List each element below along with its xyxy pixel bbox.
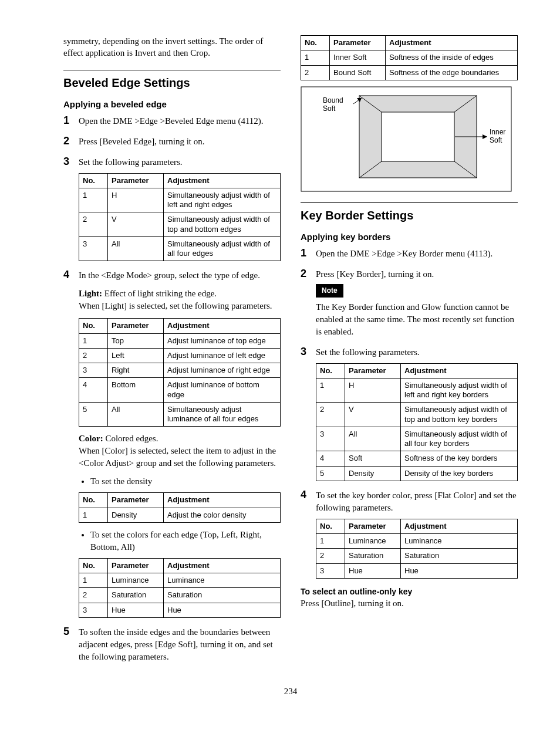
table-row: 1DensityAdjust the color density [79,508,281,522]
step-number: 4 [301,488,306,502]
table-row: 1LuminanceLuminance [316,534,518,549]
table-colors: No. Parameter Adjustment 1LuminanceLumin… [79,558,281,618]
table-bevel-width: No. Parameter Adjustment 1HSimultaneousl… [79,173,281,262]
table-row: 3HueHue [316,563,518,578]
table-row: 2VSimultaneously adjust width of top and… [316,403,518,427]
note-text: The Key Border function and Glow functio… [316,301,518,338]
step-number: 4 [63,268,69,282]
step-number: 2 [63,134,69,148]
step-text: To soften the inside edges and the bound… [79,627,273,661]
step-text: To set the key border color, press [Flat… [316,491,517,512]
table-row: 2SaturationSaturation [316,549,518,563]
heading-beveled-edge: Beveled Edge Settings [63,70,281,90]
note-label: Note [316,284,343,298]
color-paragraph: Color: Colored edges. When [Color] is se… [79,432,281,469]
table-row: 1HSimultaneously adjust width of left an… [316,378,518,403]
table-row: 2SaturationSaturation [79,588,281,603]
step-text: Press [Key Border], turning it on. [316,269,434,279]
subheading-applying-beveled: Applying a beveled edge [63,99,281,109]
table-row: 3AllSimultaneously adjust width of all f… [79,236,281,261]
table-row: 3AllSimultaneously adjust width of all f… [316,427,518,451]
step-text: Open the DME >Edge >Beveled Edge menu (4… [79,116,264,126]
step-number: 1 [301,246,306,261]
step-number: 3 [301,344,306,359]
step-text: Open the DME >Edge >Key Border menu (411… [316,249,492,258]
svg-rect-2 [382,112,454,161]
table-row: 4SoftSoftness of the key borders [316,451,518,466]
table-edge-soft: No. Parameter Adjustment 1Inner SoftSoft… [301,35,518,80]
step-text: Set the following parameters. [79,157,183,167]
svg-text:Bound: Bound [323,96,343,104]
svg-text:Soft: Soft [490,136,502,144]
step-text: Set the following parameters. [316,347,420,357]
edge-soft-diagram: Bound Soft Inner Soft [301,86,512,192]
table-density: No. Parameter Adjustment 1DensityAdjust … [79,492,281,523]
heading-key-border: Key Border Settings [301,202,518,222]
step-number: 3 [63,154,69,169]
step-number: 5 [63,624,69,639]
table-row: 1LuminanceLuminance [79,573,281,588]
table-row: 5DensityDensity of the key borders [316,466,518,481]
table-row: 4BottomAdjust luminance of bottom edge [79,378,281,403]
bullet-density: To set the density [90,475,281,488]
step-text: In the <Edge Mode> group, select the typ… [79,271,260,280]
svg-marker-12 [483,134,487,139]
table-flat-color: No. Parameter Adjustment 1LuminanceLumin… [316,519,518,579]
th-adj: Adjustment [164,173,281,188]
table-row: 2VSimultaneously adjust width of top and… [79,212,281,237]
outline-text: Press [Outline], turning it on. [301,597,518,610]
table-row: 3HueHue [79,603,281,617]
table-key-border: No. Parameter Adjustment 1HSimultaneousl… [316,363,518,481]
table-row: 2LeftAdjust luminance of left edge [79,348,281,363]
subheading-applying-key-borders: Applying key borders [301,232,518,242]
bullet-colors: To set the colors for each edge (Top, Le… [90,529,281,553]
light-paragraph: Light: Effect of light striking the edge… [79,288,281,312]
table-row: 2Bound SoftSoftness of the edge boundari… [301,65,518,80]
th-no: No. [79,173,108,188]
table-row: 1TopAdjust luminance of top edge [79,333,281,348]
step-number: 2 [301,266,306,281]
svg-text:Inner: Inner [490,128,505,136]
step-text: Press [Beveled Edge], turning it on. [79,137,205,146]
th-param: Parameter [108,173,164,188]
page-number: 234 [63,687,518,697]
svg-text:Soft: Soft [323,104,336,113]
step-number: 1 [63,113,69,128]
intro-text: symmetry, depending on the invert settin… [63,35,281,59]
table-row: 1HSimultaneously adjust width of left an… [79,188,281,212]
outline-subhead: To select an outline-only key [301,587,518,596]
table-row: 1Inner SoftSoftness of the inside of edg… [301,50,518,65]
table-row: 5AllSimultaneously adjust luminance of a… [79,402,281,427]
table-row: 3RightAdjust luminance of right edge [79,363,281,378]
table-light: No. Parameter Adjustment 1TopAdjust lumi… [79,318,281,427]
